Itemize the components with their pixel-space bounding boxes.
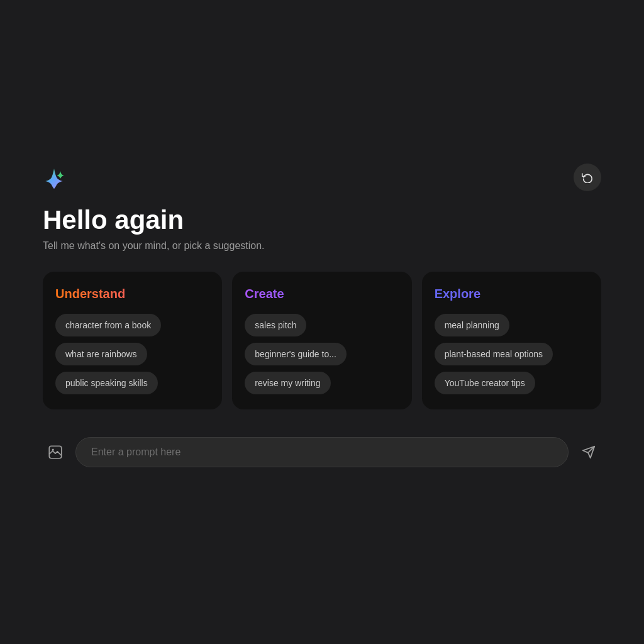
- send-button[interactable]: [576, 440, 601, 465]
- understand-card-title: Understand: [55, 287, 209, 301]
- create-card: Create sales pitch beginner's guide to..…: [232, 272, 411, 409]
- understand-card: Understand character from a book what ar…: [43, 272, 222, 409]
- prompt-input-container: [75, 437, 569, 467]
- understand-chips-list: character from a book what are rainbows …: [55, 314, 209, 394]
- chip-plant-based-meal-options[interactable]: plant-based meal options: [435, 343, 553, 365]
- chip-sales-pitch[interactable]: sales pitch: [245, 314, 306, 336]
- input-section: [43, 437, 601, 467]
- chip-meal-planning[interactable]: meal planning: [435, 314, 509, 336]
- create-chips-list: sales pitch beginner's guide to... revis…: [245, 314, 399, 394]
- greeting-subtitle: Tell me what's on your mind, or pick a s…: [43, 240, 601, 252]
- page-container: Hello again Tell me what's on your mind,…: [0, 0, 644, 644]
- top-bar: [43, 0, 601, 199]
- chip-what-are-rainbows[interactable]: what are rainbows: [55, 343, 147, 365]
- explore-card-title: Explore: [435, 287, 589, 301]
- refresh-button[interactable]: [574, 164, 601, 191]
- greeting-title: Hello again: [43, 205, 601, 235]
- explore-chips-list: meal planning plant-based meal options Y…: [435, 314, 589, 394]
- chip-beginners-guide[interactable]: beginner's guide to...: [245, 343, 347, 365]
- chip-character-from-book[interactable]: character from a book: [55, 314, 161, 336]
- create-card-title: Create: [245, 287, 399, 301]
- explore-card: Explore meal planning plant-based meal o…: [422, 272, 601, 409]
- prompt-input[interactable]: [91, 447, 553, 458]
- gemini-logo-icon: [43, 166, 65, 189]
- cards-container: Understand character from a book what ar…: [43, 272, 601, 409]
- greeting-section: Hello again Tell me what's on your mind,…: [43, 205, 601, 252]
- chip-public-speaking-skills[interactable]: public speaking skills: [55, 372, 158, 394]
- image-upload-button[interactable]: [43, 440, 68, 465]
- chip-revise-my-writing[interactable]: revise my writing: [245, 372, 330, 394]
- chip-youtube-creator-tips[interactable]: YouTube creator tips: [435, 372, 535, 394]
